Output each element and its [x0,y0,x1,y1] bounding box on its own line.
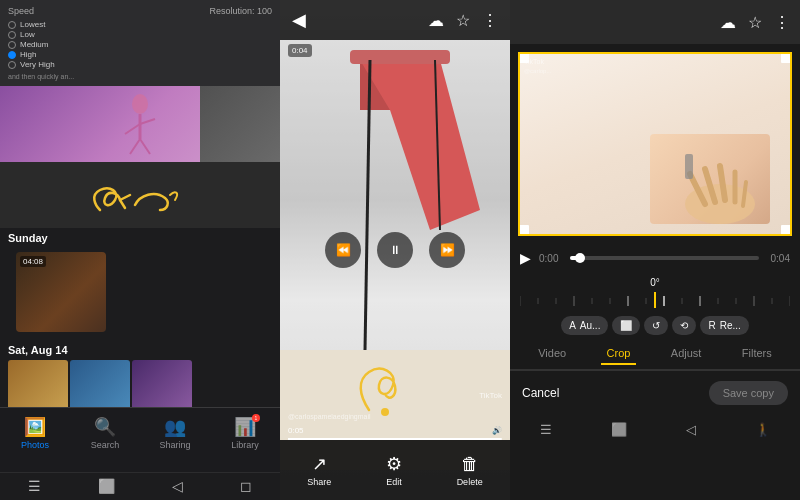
star-icon[interactable]: ☆ [748,13,762,32]
delete-icon: 🗑 [461,454,479,475]
edit-tabs: Video Crop Adjust Filters [510,339,800,370]
tab-photos[interactable]: 🖼️ Photos [0,416,70,450]
resolution-label: Resolution: 100 [209,6,272,16]
tab-search[interactable]: 🔍 Search [70,416,140,450]
user-info-crop: @carlop... [524,68,551,74]
sharing-tab-icon: 👥 [164,416,186,438]
quality-lowest-radio[interactable] [8,21,16,29]
library-tab-label: Library [231,440,259,450]
quality-medium: Medium [20,40,48,49]
sat-label: Sat, Aug 14 [0,340,280,360]
tab-adjust[interactable]: Adjust [665,343,708,365]
reset-button[interactable]: R Re... [700,316,748,335]
delete-action[interactable]: 🗑 Delete [457,454,483,487]
rotation-ticks-svg [520,292,790,308]
doodle-svg-2 [349,350,429,420]
upload-icon[interactable]: ☁ [428,11,444,30]
photo-thumb-1[interactable]: 04:08 [16,252,106,332]
panel1-navbar: ☰ ⬜ ◁ ◻ [0,472,280,500]
save-copy-button[interactable]: Save copy [709,381,788,405]
handle-tl[interactable] [519,53,529,63]
aspect-button[interactable]: ⬜ [612,316,640,335]
edit-label: Edit [386,477,402,487]
playback-row: ▶ 0:00 0:04 [510,244,800,268]
photos-panel: Speed Resolution: 100 Lowest Low Medium … [0,0,280,500]
more-options-icon[interactable]: ⋮ [774,13,790,32]
panel3-person-btn[interactable]: 🚶 [755,422,771,437]
rotate-button[interactable]: ↺ [644,316,668,335]
auto-icon: A [569,320,576,331]
search-tab-icon: 🔍 [94,416,116,438]
volume-icon[interactable]: 🔊 [492,426,502,435]
handle-br[interactable] [781,225,791,235]
pause-icon: ⏸ [389,243,401,257]
panel3-home-btn[interactable]: ⬜ [611,422,627,437]
menu-nav-btn[interactable]: ☰ [28,478,41,494]
crop-time-total: 0:04 [771,253,790,264]
share-action[interactable]: ↗ Share [307,453,331,487]
bottom-thumb-2[interactable] [70,360,130,407]
favorite-icon[interactable]: ☆ [456,11,470,30]
video-timeline[interactable]: 0:05 🔊 [280,426,510,440]
crop-frame[interactable]: TikTok @carlop... [518,52,792,236]
tab-library[interactable]: 📊 1 Library [210,416,280,450]
crop-canvas: TikTok @carlop... [510,44,800,244]
cancel-button[interactable]: Cancel [522,386,559,400]
forward-button[interactable]: ⏩ [429,232,465,268]
rotation-ticks[interactable] [520,292,790,308]
rewind-button[interactable]: ⏪ [325,232,361,268]
handle-tr[interactable] [781,53,791,63]
tab-video[interactable]: Video [532,343,572,365]
panel3-menu-btn[interactable]: ☰ [540,422,552,437]
photos-tab-icon: 🖼️ [24,416,46,438]
bottom-thumb-3[interactable] [132,360,192,407]
edit-action[interactable]: ⚙ Edit [386,453,402,487]
quality-veryhigh-radio[interactable] [8,61,16,69]
pause-button[interactable]: ⏸ [377,232,413,268]
library-badge: 1 [252,414,260,422]
video-controls: ⏪ ⏸ ⏩ [325,232,465,268]
cloud-upload-icon[interactable]: ☁ [720,13,736,32]
quality-high-radio[interactable] [8,51,16,59]
tab-crop[interactable]: Crop [601,343,637,365]
bottom-thumb-1[interactable] [8,360,68,407]
panel3-back-btn[interactable]: ◁ [686,422,696,437]
quality-veryhigh: Very High [20,60,55,69]
svg-line-4 [130,139,140,154]
svg-rect-8 [280,30,510,350]
recents-nav-btn[interactable]: ◻ [240,478,252,494]
quality-low: Low [20,30,35,39]
delete-label: Delete [457,477,483,487]
edit-icon: ⚙ [386,453,402,475]
photos-tabbar: 🖼️ Photos 🔍 Search 👥 Sharing 📊 1 Library [0,407,280,472]
flip-button[interactable]: ⟲ [672,316,696,335]
reset-icon: R [708,320,715,331]
svg-point-11 [381,408,389,416]
tab-sharing[interactable]: 👥 Sharing [140,416,210,450]
crop-time-current: 0:00 [539,253,558,264]
settings-description: and then quickly an... [8,73,272,80]
rotation-value: 0° [650,277,660,288]
back-button[interactable]: ◀ [292,9,306,31]
hand-svg [650,134,770,224]
auto-button[interactable]: A Au... [561,316,608,335]
back-nav-btn[interactable]: ◁ [172,478,183,494]
handle-bl[interactable] [519,225,529,235]
quality-lowest: Lowest [20,20,45,29]
home-nav-btn[interactable]: ⬜ [98,478,115,494]
preview-small-image [200,86,280,162]
quality-high: High [20,50,36,59]
library-tab-badge-container: 📊 1 [234,416,256,438]
video-player-panel: ◀ ☁ ☆ ⋮ ⏪ ⏸ ⏩ TikTok @carlospamelaedging… [280,0,510,500]
speed-label: Speed [8,6,34,16]
quality-low-radio[interactable] [8,31,16,39]
tab-filters[interactable]: Filters [736,343,778,365]
user-tag: @carlospamelaedgingmail [288,413,371,420]
crop-progress-bar[interactable] [570,256,758,260]
svg-line-5 [140,139,150,154]
rotation-row: 0° [510,268,800,312]
crop-play-button[interactable]: ▶ [520,250,531,266]
crop-progress-thumb[interactable] [575,253,585,263]
quality-medium-radio[interactable] [8,41,16,49]
more-icon[interactable]: ⋮ [482,11,498,30]
